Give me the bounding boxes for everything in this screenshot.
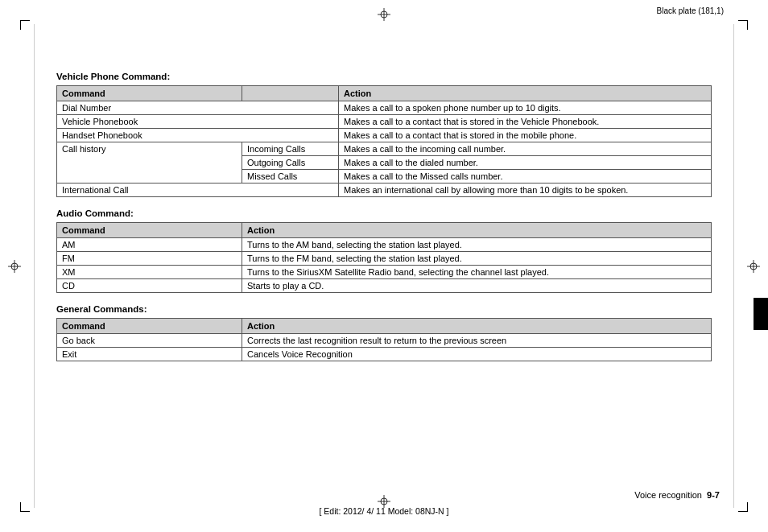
audio-cmd-header: Command	[57, 223, 242, 238]
cell-action: Corrects the last recognition result to …	[242, 334, 712, 348]
footer-page: 9-7	[707, 490, 720, 500]
vehicle-phone-cmd-header: Command	[57, 86, 242, 101]
cell-action: Turns to the SiriusXM Satellite Radio ba…	[242, 266, 712, 279]
cell-command: Dial Number	[57, 101, 339, 115]
table-row: ExitCancels Voice Recognition	[57, 348, 712, 361]
cell-action: Makes a call to the dialed number.	[339, 156, 712, 170]
footer-edit: [ Edit: 2012/ 4/ 11 Model: 08NJ-N ]	[319, 506, 448, 516]
cell-command: Handset Phonebook	[57, 129, 339, 142]
table-row: Call historyIncoming CallsMakes a call t…	[57, 142, 712, 156]
crosshair-top	[378, 8, 390, 21]
cell-subcommand: Incoming Calls	[242, 142, 339, 156]
cell-action: Makes a call to a contact that is stored…	[339, 129, 712, 142]
cell-command: CD	[57, 279, 242, 293]
table-row: Vehicle PhonebookMakes a call to a conta…	[57, 115, 712, 129]
margin-line-right	[733, 24, 734, 508]
cell-command: Call history	[57, 142, 242, 184]
general-action-header: Action	[242, 319, 712, 334]
vehicle-phone-section-title: Vehicle Phone Command:	[56, 72, 712, 81]
vehicle-phone-action-header: Action	[339, 86, 712, 101]
table-row: Go backCorrects the last recognition res…	[57, 334, 712, 348]
audio-table: Command Action AMTurns to the AM band, s…	[56, 222, 712, 293]
table-row: AMTurns to the AM band, selecting the st…	[57, 238, 712, 252]
table-row: XMTurns to the SiriusXM Satellite Radio …	[57, 266, 712, 279]
cell-command: Go back	[57, 334, 242, 348]
footer-section: Voice recognition	[634, 490, 702, 500]
footer: Voice recognition 9-7	[634, 490, 720, 500]
general-cmd-header: Command	[57, 319, 242, 334]
cell-subcommand: Missed Calls	[242, 170, 339, 184]
table-row: International CallMakes an international…	[57, 184, 712, 197]
cell-action: Makes an international call by allowing …	[339, 184, 712, 197]
vehicle-phone-sub-header	[242, 86, 339, 101]
corner-mark-bl	[20, 502, 30, 512]
table-row: Handset PhonebookMakes a call to a conta…	[57, 129, 712, 142]
cell-action: Cancels Voice Recognition	[242, 348, 712, 361]
cell-action: Makes a call to a contact that is stored…	[339, 115, 712, 129]
vehicle-phone-table: Command Action Dial NumberMakes a call t…	[56, 85, 712, 197]
audio-action-header: Action	[242, 223, 712, 238]
table-row: Dial NumberMakes a call to a spoken phon…	[57, 101, 712, 115]
cell-command: Vehicle Phonebook	[57, 115, 339, 129]
corner-mark-tl	[20, 20, 30, 30]
table-row: CDStarts to play a CD.	[57, 279, 712, 293]
audio-section-title: Audio Command:	[56, 208, 712, 218]
cell-action: Makes a call to a spoken phone number up…	[339, 101, 712, 115]
cell-action: Starts to play a CD.	[242, 279, 712, 293]
table-row: FMTurns to the FM band, selecting the st…	[57, 252, 712, 266]
crosshair-right	[747, 260, 760, 273]
cell-action: Makes a call to the incoming call number…	[339, 142, 712, 156]
cell-action: Turns to the FM band, selecting the stat…	[242, 252, 712, 266]
corner-mark-tr	[738, 20, 748, 30]
black-tab	[754, 298, 768, 330]
margin-line-left	[34, 24, 35, 508]
page-header-label: Black plate (181,1)	[657, 6, 724, 15]
cell-action: Makes a call to the Missed calls number.	[339, 170, 712, 184]
general-section-title: General Commands:	[56, 304, 712, 314]
cell-command: XM	[57, 266, 242, 279]
corner-mark-br	[738, 502, 748, 512]
cell-action: Turns to the AM band, selecting the stat…	[242, 238, 712, 252]
cell-command: AM	[57, 238, 242, 252]
cell-subcommand: Outgoing Calls	[242, 156, 339, 170]
cell-command: International Call	[57, 184, 339, 197]
crosshair-left	[8, 260, 21, 273]
cell-command: Exit	[57, 348, 242, 361]
general-table: Command Action Go backCorrects the last …	[56, 318, 712, 361]
cell-command: FM	[57, 252, 242, 266]
